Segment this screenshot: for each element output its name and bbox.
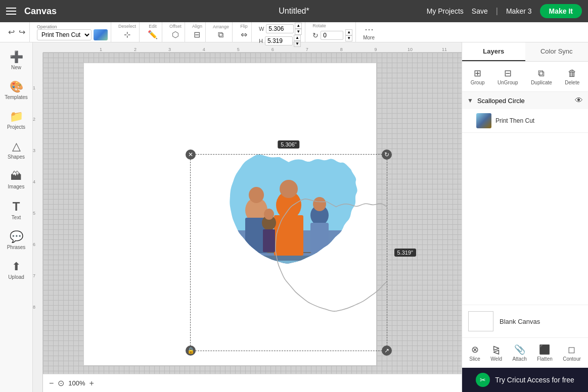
contour-icon: ◻	[568, 344, 575, 355]
svg-point-23	[282, 285, 302, 307]
undo-redo-group: ↩ ↪	[4, 22, 30, 42]
delete-label: Delete	[565, 80, 579, 85]
sidebar-item-upload[interactable]: ⬆ Upload	[2, 256, 31, 284]
sidebar-item-shapes[interactable]: △ Shapes	[2, 136, 31, 164]
cricut-banner[interactable]: ✂ Try Cricut Access for free	[462, 368, 588, 392]
delete-button[interactable]: 🗑 Delete	[561, 66, 583, 87]
svg-rect-27	[307, 310, 322, 334]
width-up-button[interactable]: ▲	[295, 23, 302, 29]
projects-icon: 📁	[10, 110, 23, 123]
width-label: W	[259, 26, 264, 32]
doc-title[interactable]: Untitled*	[279, 7, 309, 16]
svg-rect-9	[274, 215, 303, 256]
more-group: ⋯ More	[360, 22, 378, 42]
canvas-work[interactable]: 5.306" 5.319" ✕ ↻ 🔒 ↗	[43, 53, 462, 374]
rotate-down-button[interactable]: ▼	[345, 35, 352, 41]
edit-button[interactable]: ✏️	[147, 29, 159, 40]
width-input[interactable]	[266, 24, 294, 33]
save-button[interactable]: Save	[472, 7, 488, 15]
sidebar-item-templates[interactable]: 🎨 Templates	[2, 76, 31, 104]
group-icon: ⊞	[474, 68, 481, 79]
sidebar-item-new[interactable]: ➕ New	[2, 46, 31, 74]
align-group: Align ⊟	[189, 22, 206, 42]
canvas-area[interactable]: 1 2 3 4 5 6 7 8 9 10 11 1 2 3 4 5 6 7	[33, 42, 462, 392]
redo-button[interactable]: ↪	[18, 26, 26, 38]
svg-rect-17	[191, 261, 387, 301]
my-projects-button[interactable]: My Projects	[427, 7, 464, 15]
header-right: My Projects Save | Maker 3 Make It	[427, 4, 582, 18]
more-button[interactable]: ⋯ More	[363, 24, 375, 40]
blank-canvas-section: Blank Canvas	[462, 305, 588, 337]
height-up-button[interactable]: ▲	[294, 35, 301, 41]
ruler-horizontal: 1 2 3 4 5 6 7 8 9 10 11	[43, 42, 462, 53]
group-button[interactable]: ⊞ Group	[467, 66, 489, 87]
zoom-value: 100%	[68, 379, 85, 387]
offset-button[interactable]: ⬡	[171, 29, 180, 40]
layer-toolbar: ⊞ Group ⊟ UnGroup ⧉ Duplicate 🗑 Delete	[462, 62, 588, 92]
sidebar-item-projects[interactable]: 📁 Projects	[2, 106, 31, 134]
contour-button[interactable]: ◻ Contour	[559, 342, 585, 364]
eye-icon[interactable]: 👁	[575, 96, 583, 105]
sidebar-item-phrases[interactable]: 💬 Phrases	[2, 226, 31, 254]
rotate-up-button[interactable]: ▲	[345, 29, 352, 35]
delete-icon: 🗑	[568, 68, 577, 79]
width-down-button[interactable]: ▼	[295, 29, 302, 35]
ungroup-button[interactable]: ⊟ UnGroup	[493, 66, 522, 87]
cricut-banner-text: Try Cricut Access for free	[495, 376, 574, 384]
flip-label: Flip	[240, 24, 248, 29]
make-it-button[interactable]: Make It	[540, 4, 582, 18]
hamburger-menu[interactable]	[6, 8, 16, 15]
deselect-group: Deselect ⊹	[115, 22, 140, 42]
zoom-in-button[interactable]: +	[89, 379, 94, 388]
align-label: Align	[192, 24, 202, 29]
flip-button[interactable]: ⇔	[240, 29, 248, 40]
layer-group-scalloped: ▼ Scalloped Circle 👁 Print Then Cut	[462, 92, 588, 133]
svg-point-7	[249, 187, 264, 203]
maker-button[interactable]: Maker 3	[506, 7, 532, 15]
sidebar-item-text[interactable]: T Text	[2, 195, 31, 224]
selection-box[interactable]: 5.306" 5.319" ✕ ↻ 🔒 ↗	[190, 154, 387, 351]
undo-button[interactable]: ↩	[7, 26, 16, 38]
group-label: Group	[471, 80, 485, 85]
arrange-button[interactable]: ⧉	[217, 29, 224, 40]
svg-point-28	[309, 288, 320, 299]
bottom-bar: − ⊙ 100% +	[43, 374, 462, 392]
sidebar-item-images[interactable]: 🏔 Images	[2, 166, 31, 193]
duplicate-label: Duplicate	[531, 80, 552, 85]
operation-label: Operation	[37, 24, 108, 29]
phrases-icon: 💬	[10, 230, 23, 243]
layer-group-header[interactable]: ▼ Scalloped Circle 👁	[462, 92, 588, 109]
arrange-group: Arrange ⧉	[210, 22, 233, 42]
slice-button[interactable]: ⊗ Slice	[465, 342, 484, 364]
tab-layers[interactable]: Layers	[462, 42, 525, 61]
duplicate-button[interactable]: ⧉ Duplicate	[527, 66, 556, 87]
upload-icon: ⬆	[12, 260, 21, 273]
layer-item-name: Print Then Cut	[495, 117, 534, 124]
scalloped-circle-svg	[191, 155, 387, 351]
new-icon: ➕	[10, 51, 23, 64]
arrange-label: Arrange	[213, 24, 229, 29]
attach-button[interactable]: 📎 Attach	[508, 342, 530, 364]
operation-select[interactable]: Print Then Cut Basic Cut Draw Score	[37, 29, 92, 40]
svg-rect-19	[191, 301, 387, 351]
zoom-out-button[interactable]: −	[49, 379, 54, 388]
panel-tabs: Layers Color Sync	[462, 42, 588, 62]
height-input[interactable]	[265, 36, 293, 45]
tab-color-sync[interactable]: Color Sync	[525, 42, 589, 61]
sidebar-item-text-label: Text	[12, 215, 21, 220]
flatten-button[interactable]: ⬛ Flatten	[533, 342, 557, 364]
align-button[interactable]: ⊟	[193, 29, 201, 40]
slice-icon: ⊗	[471, 344, 479, 355]
weld-button[interactable]: ⧎ Weld	[486, 342, 506, 364]
rotate-input[interactable]	[321, 31, 343, 40]
deselect-button[interactable]: ⊹	[123, 29, 131, 40]
height-down-button[interactable]: ▼	[294, 41, 301, 47]
edit-label: Edit	[149, 24, 157, 29]
sidebar-item-templates-label: Templates	[5, 94, 28, 100]
svg-point-26	[307, 296, 322, 311]
ungroup-icon: ⊟	[504, 68, 512, 79]
flatten-label: Flatten	[537, 356, 553, 362]
layer-item[interactable]: Print Then Cut	[462, 109, 588, 132]
zoom-icon: ⊙	[58, 378, 64, 388]
app-title: Canvas	[24, 6, 57, 17]
